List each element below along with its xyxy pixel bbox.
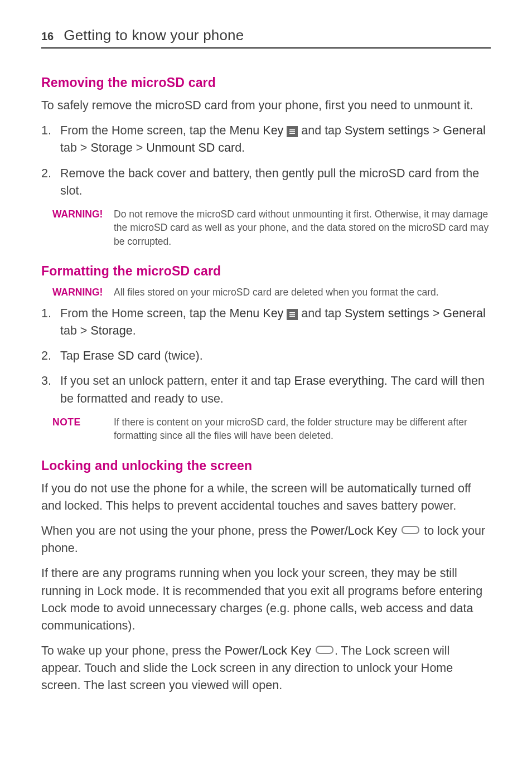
system-settings-label: System settings [345, 124, 429, 137]
system-settings-label: System settings [345, 307, 429, 320]
removing-step-1: From the Home screen, tap the Menu Key a… [41, 122, 491, 157]
menu-key-label: Menu Key [230, 307, 284, 320]
section-title-locking: Locking and unlocking the screen [41, 458, 491, 473]
text: From the Home screen, tap the [60, 124, 230, 137]
formatting-step-1: From the Home screen, tap the Menu Key a… [41, 305, 491, 340]
text: > [429, 124, 443, 137]
section-title-formatting: Formatting the microSD card [41, 264, 491, 279]
general-label: General [443, 307, 486, 320]
text: If you set an unlock pattern, enter it a… [60, 374, 294, 388]
formatting-note: NOTE If there is content on your microSD… [52, 415, 491, 443]
warning-text: Do not remove the microSD card without u… [114, 207, 491, 249]
locking-p4: To wake up your phone, press the Power/L… [41, 642, 491, 695]
removing-warning: WARNING! Do not remove the microSD card … [52, 207, 491, 249]
note-text: If there is content on your microSD card… [114, 415, 491, 443]
text: To wake up your phone, press the [41, 644, 225, 657]
text: . [241, 141, 245, 154]
formatting-steps: From the Home screen, tap the Menu Key a… [41, 305, 491, 408]
page-header: 16 Getting to know your phone [41, 27, 491, 49]
text: tab > [60, 141, 90, 154]
text: Tap [60, 349, 83, 362]
svg-rect-4 [289, 314, 295, 315]
menu-key-label: Menu Key [230, 124, 284, 137]
text: (twice). [161, 349, 202, 362]
formatting-step-2: Tap Erase SD card (twice). [41, 347, 491, 365]
text: > [133, 141, 147, 154]
locking-p2: When you are not using the your phone, p… [41, 522, 491, 557]
menu-key-icon [287, 126, 298, 137]
power-lock-key-icon [316, 646, 333, 654]
svg-rect-3 [289, 312, 295, 313]
power-lock-key-label: Power/Lock Key [311, 524, 397, 538]
note-label: NOTE [52, 415, 114, 443]
removing-steps: From the Home screen, tap the Menu Key a… [41, 122, 491, 200]
locking-p1: If you do not use the phone for a while,… [41, 480, 491, 515]
text: and tap [298, 307, 345, 320]
power-lock-key-icon [402, 526, 419, 534]
erase-sd-label: Erase SD card [83, 349, 161, 362]
page-number: 16 [41, 30, 54, 43]
text: and tap [298, 124, 345, 137]
svg-rect-2 [289, 133, 295, 134]
unmount-label: Unmount SD card [146, 141, 241, 154]
text: . [133, 324, 136, 337]
warning-label: WARNING! [52, 285, 114, 299]
locking-p3: If there are any programs running when y… [41, 565, 491, 635]
text: tab > [60, 324, 90, 337]
storage-label: Storage [90, 141, 132, 154]
menu-key-icon [287, 309, 298, 320]
svg-rect-1 [289, 131, 295, 132]
manual-page: 16 Getting to know your phone Removing t… [0, 0, 532, 736]
text: From the Home screen, tap the [60, 307, 230, 320]
svg-rect-0 [289, 129, 295, 130]
general-label: General [443, 124, 486, 137]
removing-intro: To safely remove the microSD card from y… [41, 97, 491, 114]
section-title-removing: Removing the microSD card [41, 75, 491, 90]
erase-everything-label: Erase everything [294, 374, 384, 388]
chapter-title: Getting to know your phone [64, 27, 244, 44]
warning-text: All files stored on your microSD card ar… [114, 285, 491, 299]
svg-rect-5 [289, 316, 295, 317]
text: When you are not using the your phone, p… [41, 524, 311, 538]
power-lock-key-label: Power/Lock Key [225, 644, 311, 657]
formatting-warning: WARNING! All files stored on your microS… [52, 285, 491, 299]
removing-step-2: Remove the back cover and battery, then … [41, 165, 491, 200]
formatting-step-3: If you set an unlock pattern, enter it a… [41, 372, 491, 407]
text: > [429, 307, 443, 320]
warning-label: WARNING! [52, 207, 114, 249]
storage-label: Storage [90, 324, 132, 337]
